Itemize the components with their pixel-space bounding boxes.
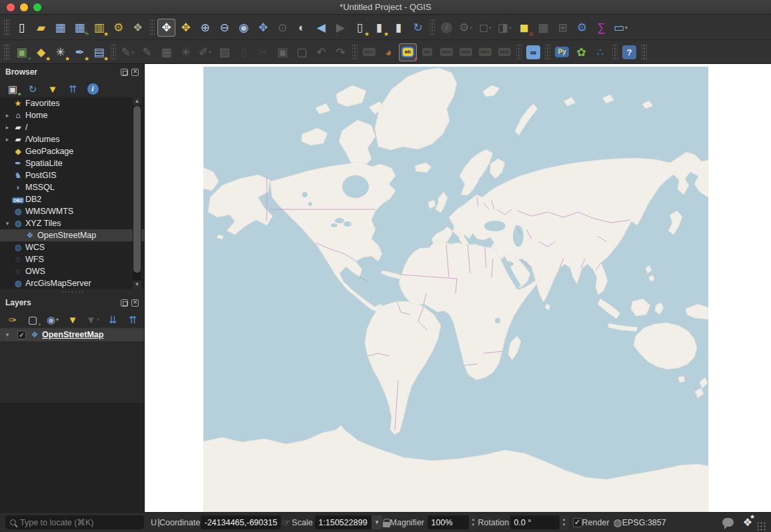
refresh-map-icon[interactable]: ↻ xyxy=(409,19,427,37)
spinner-arrows-icon[interactable]: ▲▼ xyxy=(560,515,569,529)
plugin-leaf-icon[interactable]: ✿ xyxy=(572,43,590,61)
browser-item-home[interactable]: ▸⌂Home xyxy=(0,109,144,121)
extents-toggle-icon[interactable]: ☞ xyxy=(282,517,291,528)
browser-close-icon[interactable]: ✕ xyxy=(131,69,139,76)
zoom-out-icon[interactable]: ⊖ xyxy=(215,19,233,37)
new-project-icon[interactable]: ▯ xyxy=(13,19,31,37)
browser-item-favorites[interactable]: ★Favorites xyxy=(0,97,144,109)
browser-item-ows[interactable]: ◌OWS xyxy=(0,265,144,277)
browser-item-wms-wmts[interactable]: ◍WMS/WMTS xyxy=(0,205,144,217)
undo-icon[interactable]: ↶ xyxy=(312,43,330,61)
browser-item-xyz-tiles[interactable]: ▾◍XYZ Tiles xyxy=(0,217,144,229)
pan-to-selection-icon[interactable]: ✥ xyxy=(177,19,195,37)
processing-toolbox-icon[interactable]: ⚙ xyxy=(573,19,591,37)
layer-labeling-options-icon[interactable]: abc xyxy=(360,43,378,61)
change-label-properties-icon[interactable]: abc xyxy=(496,43,514,61)
redo-icon[interactable]: ↷ xyxy=(331,43,349,61)
tree-collapse-icon[interactable]: ▾ xyxy=(3,331,12,338)
tree-expand-icon[interactable]: ▸ xyxy=(3,112,12,119)
new-spatialite-layer-icon[interactable]: ✒★ xyxy=(71,43,89,61)
add-selected-layers-icon[interactable]: ▣● xyxy=(5,81,21,97)
crs-indicator[interactable]: EPSG:3857 xyxy=(622,518,666,527)
open-data-source-manager-icon[interactable]: ▣+ xyxy=(13,43,31,61)
tree-expand-icon[interactable]: ▸ xyxy=(3,124,12,131)
browser-item--volumes[interactable]: ▸▰/Volumes xyxy=(0,133,144,145)
field-calculator-icon[interactable]: ⊞ xyxy=(554,19,572,37)
copy-features-icon[interactable]: ▣ xyxy=(273,43,291,61)
toolbar-drag-handle[interactable] xyxy=(4,44,9,60)
magnifier-spinbox[interactable]: 100% ▲▼ xyxy=(428,515,478,529)
help-contents-icon[interactable]: ? xyxy=(620,43,638,61)
chevron-down-icon[interactable]: ▼ xyxy=(371,515,383,529)
spinner-arrows-icon[interactable]: ▲▼ xyxy=(469,515,478,529)
browser-item--[interactable]: ▸▰/ xyxy=(0,121,144,133)
vertex-tool-icon[interactable]: ✐▾ xyxy=(196,43,214,61)
show-hide-labels-icon[interactable]: abc xyxy=(438,43,456,61)
filter-legend-icon[interactable]: ▼ xyxy=(65,311,81,327)
browser-item-arcgismapserver[interactable]: ◍ArcGisMapServer xyxy=(0,277,144,289)
collapse-all-layers-icon[interactable]: ⇈ xyxy=(125,311,141,327)
refresh-browser-icon[interactable]: ↻ xyxy=(25,81,41,97)
layers-close-icon[interactable]: ✕ xyxy=(131,299,139,307)
map-canvas[interactable] xyxy=(145,64,771,512)
layer-row-openstreetmap[interactable]: ▾✓❖OpenStreetMap xyxy=(0,328,144,341)
world-map[interactable] xyxy=(203,67,708,512)
modify-attributes-icon[interactable]: ▨ xyxy=(215,43,233,61)
browser-item-db2[interactable]: DB2DB2 xyxy=(0,193,144,205)
zoom-to-layer-icon[interactable]: ◐ xyxy=(293,19,311,37)
highlight-pinned-labels-icon[interactable]: ab● xyxy=(399,43,417,61)
new-virtual-layer-icon[interactable]: ▤★ xyxy=(90,43,108,61)
collapse-all-browser-icon[interactable]: ⇈ xyxy=(65,81,81,97)
select-features-icon[interactable]: ◻▾ xyxy=(476,19,494,37)
toggle-editing-icon[interactable]: ✎ xyxy=(138,43,156,61)
coordinate-value[interactable]: -24134465,-690315 xyxy=(201,515,281,529)
rotate-label-icon[interactable]: abc xyxy=(476,43,494,61)
locator-search-input[interactable]: Type to locate (⌘K) xyxy=(5,515,144,529)
pin-unpin-labels-icon[interactable]: ab xyxy=(418,43,436,61)
open-layer-styling-panel-icon[interactable]: ✑ xyxy=(5,311,21,327)
properties-widget-icon[interactable]: i xyxy=(85,81,101,97)
manage-map-themes-icon[interactable]: ◉▾ xyxy=(45,311,61,327)
browser-item-wcs[interactable]: ◍WCS xyxy=(0,241,144,253)
expand-all-layers-icon[interactable]: ⇊ xyxy=(105,311,121,327)
style-manager-icon[interactable]: ❖ xyxy=(129,19,147,37)
scroll-up-icon[interactable]: ▲ xyxy=(133,97,141,105)
plugin-nodes-icon[interactable]: ∴ xyxy=(592,43,610,61)
browser-item-openstreetmap[interactable]: ❖OpenStreetMap xyxy=(0,229,144,241)
new-print-layout-icon[interactable]: ▥★ xyxy=(90,19,108,37)
tree-expand-icon[interactable]: ▸ xyxy=(3,136,12,143)
show-spatial-bookmarks-icon[interactable]: ▮★ xyxy=(370,19,388,37)
filter-by-expression-icon[interactable]: ▼▾ xyxy=(85,311,101,327)
zoom-full-icon[interactable]: ✥ xyxy=(254,19,272,37)
current-edits-icon[interactable]: ✎▾ xyxy=(119,43,137,61)
identify-features-icon[interactable]: i xyxy=(438,19,456,37)
statistical-summary-icon[interactable]: ∑ xyxy=(592,19,610,37)
select-features-by-value-icon[interactable]: ◨▾ xyxy=(496,19,514,37)
browser-item-mssql[interactable]: ◗MSSQL xyxy=(0,181,144,193)
browser-item-postgis[interactable]: ♞PostGIS xyxy=(0,169,144,181)
layers-float-icon[interactable] xyxy=(121,299,128,307)
zoom-to-selection-icon[interactable]: ⊙ xyxy=(273,19,291,37)
browser-scrollbar[interactable]: ▲ ▼ xyxy=(133,97,141,289)
save-project-icon[interactable]: ▦ xyxy=(51,19,69,37)
new-shapefile-layer-icon[interactable]: ✳★ xyxy=(51,43,69,61)
paste-features-icon[interactable]: ▢ xyxy=(293,43,311,61)
zoom-native-resolution-icon[interactable]: ◉ xyxy=(235,19,253,37)
zoom-last-icon[interactable]: ◀ xyxy=(312,19,330,37)
spatial-bookmark-manager-icon[interactable]: ▮ xyxy=(390,19,408,37)
toolbar-drag-handle[interactable] xyxy=(642,44,647,60)
show-layout-manager-icon[interactable]: ⚙ xyxy=(109,19,127,37)
save-layer-edits-icon[interactable]: ▦ xyxy=(157,43,175,61)
filter-browser-icon[interactable]: ▼ xyxy=(45,81,61,97)
zoom-next-icon[interactable]: ▶ xyxy=(331,19,349,37)
new-spatial-bookmark-icon[interactable]: ▯★ xyxy=(351,19,369,37)
browser-item-wfs[interactable]: ◌WFS xyxy=(0,253,144,265)
browser-item-geopackage[interactable]: ◆GeoPackage xyxy=(0,145,144,157)
delete-selected-icon[interactable]: ▯ xyxy=(235,43,253,61)
save-project-as-icon[interactable]: ▦✎ xyxy=(71,19,89,37)
move-label-icon[interactable]: abc xyxy=(457,43,475,61)
lock-icon[interactable] xyxy=(383,522,390,527)
browser-float-icon[interactable] xyxy=(121,69,128,76)
toolbar-drag-handle[interactable] xyxy=(4,19,9,35)
python-console-icon[interactable]: Py xyxy=(553,43,571,61)
